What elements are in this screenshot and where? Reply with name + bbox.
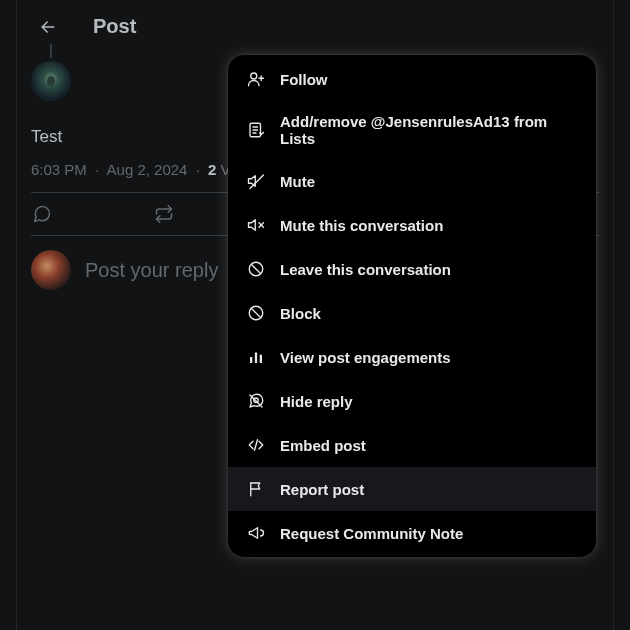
menu-item-engagements[interactable]: View post engagements bbox=[228, 335, 596, 379]
menu-item-report[interactable]: Report post bbox=[228, 467, 596, 511]
post-date: Aug 2, 2024 bbox=[107, 161, 188, 178]
svg-rect-5 bbox=[255, 353, 257, 364]
user-plus-icon bbox=[246, 69, 266, 89]
menu-item-label: Leave this conversation bbox=[280, 261, 451, 278]
menu-item-label: Request Community Note bbox=[280, 525, 463, 542]
arrow-left-icon bbox=[38, 17, 58, 37]
leave-convo-icon bbox=[246, 259, 266, 279]
current-user-avatar[interactable] bbox=[31, 250, 71, 290]
menu-item-label: Mute bbox=[280, 173, 315, 190]
thread-connector-line bbox=[50, 44, 52, 58]
reply-input[interactable]: Post your reply bbox=[85, 259, 218, 282]
menu-item-lists[interactable]: Add/remove @JensenrulesAd13 from Lists bbox=[228, 101, 596, 159]
menu-item-follow[interactable]: Follow bbox=[228, 57, 596, 101]
repost-icon bbox=[154, 204, 174, 224]
menu-item-label: Report post bbox=[280, 481, 364, 498]
megaphone-icon bbox=[246, 523, 266, 543]
header: Post bbox=[17, 0, 613, 53]
menu-item-embed[interactable]: Embed post bbox=[228, 423, 596, 467]
mute-convo-icon bbox=[246, 215, 266, 235]
menu-item-label: View post engagements bbox=[280, 349, 451, 366]
flag-icon bbox=[246, 479, 266, 499]
list-edit-icon bbox=[246, 120, 266, 140]
page-title: Post bbox=[93, 15, 136, 38]
mute-icon bbox=[246, 171, 266, 191]
meta-separator: · bbox=[95, 161, 99, 178]
menu-item-label: Block bbox=[280, 305, 321, 322]
post-time: 6:03 PM bbox=[31, 161, 87, 178]
menu-item-label: Hide reply bbox=[280, 393, 353, 410]
code-icon bbox=[246, 435, 266, 455]
views-count: 2 bbox=[208, 161, 216, 178]
svg-rect-6 bbox=[260, 355, 262, 363]
menu-item-label: Embed post bbox=[280, 437, 366, 454]
menu-item-label: Mute this conversation bbox=[280, 217, 443, 234]
block-icon bbox=[246, 303, 266, 323]
menu-item-label: Add/remove @JensenrulesAd13 from Lists bbox=[280, 113, 578, 147]
menu-item-leave-conversation[interactable]: Leave this conversation bbox=[228, 247, 596, 291]
menu-item-community-note[interactable]: Request Community Note bbox=[228, 511, 596, 555]
hide-reply-icon bbox=[246, 391, 266, 411]
meta-separator: · bbox=[196, 161, 200, 178]
menu-item-mute[interactable]: Mute bbox=[228, 159, 596, 203]
reply-button[interactable] bbox=[31, 203, 53, 225]
menu-item-mute-conversation[interactable]: Mute this conversation bbox=[228, 203, 596, 247]
analytics-icon bbox=[246, 347, 266, 367]
svg-point-0 bbox=[251, 73, 257, 79]
svg-rect-4 bbox=[250, 357, 252, 363]
post-actions-menu: Follow Add/remove @JensenrulesAd13 from … bbox=[228, 55, 596, 557]
menu-item-hide-reply[interactable]: Hide reply bbox=[228, 379, 596, 423]
menu-item-block[interactable]: Block bbox=[228, 291, 596, 335]
menu-item-label: Follow bbox=[280, 71, 328, 88]
back-button[interactable] bbox=[31, 10, 65, 44]
author-avatar[interactable] bbox=[31, 61, 71, 101]
repost-button[interactable] bbox=[153, 203, 175, 225]
comment-icon bbox=[32, 204, 52, 224]
